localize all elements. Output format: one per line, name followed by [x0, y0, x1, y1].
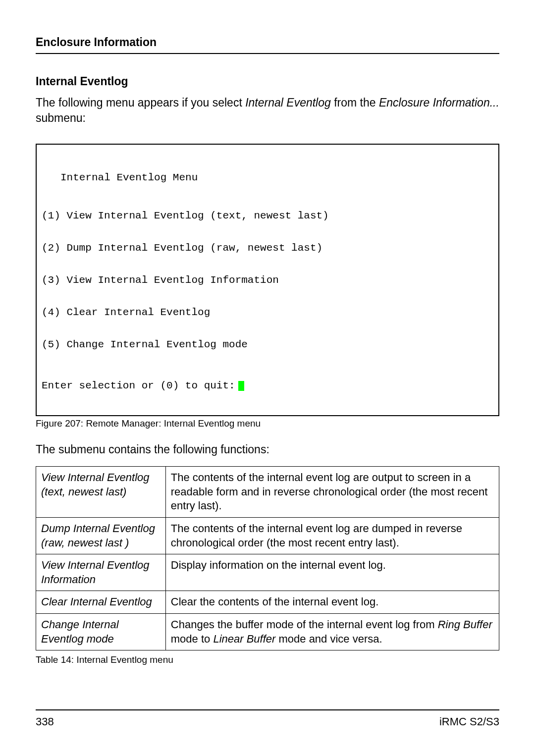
- intro-em1: Internal Eventlog: [245, 96, 331, 109]
- row-name: Change Internal Eventlog mode: [36, 614, 166, 650]
- row-name: Dump Internal Eventlog (raw, newest last…: [36, 518, 166, 554]
- desc-mid: mode to: [171, 633, 214, 645]
- row-desc: Clear the contents of the internal event…: [165, 591, 499, 614]
- section-heading: Internal Eventlog: [36, 75, 499, 88]
- terminal-prompt-line: Enter selection or (0) to quit:: [42, 378, 493, 394]
- submenu-intro: The submenu contains the following funct…: [36, 443, 499, 456]
- table-caption: Table 14: Internal Eventlog menu: [36, 654, 499, 665]
- desc-em2: Linear Buffer: [213, 633, 275, 645]
- doc-id: iRMC S2/S3: [439, 715, 499, 728]
- terminal-line: (1) View Internal Eventlog (text, newest…: [42, 208, 493, 224]
- terminal-title: Internal Eventlog Menu: [42, 170, 493, 186]
- terminal-prompt: Enter selection or (0) to quit:: [42, 378, 235, 394]
- desc-pre: Changes the buffer mode of the internal …: [171, 618, 438, 631]
- table-row: Dump Internal Eventlog (raw, newest last…: [36, 518, 499, 554]
- terminal-line: (4) Clear Internal Eventlog: [42, 305, 493, 321]
- desc-em1: Ring Buffer: [438, 618, 492, 631]
- row-name: View Internal Eventlog (text, newest las…: [36, 467, 166, 518]
- table-row: View Internal Eventlog (text, newest las…: [36, 467, 499, 518]
- desc-suffix: mode and vice versa.: [275, 633, 382, 645]
- row-desc: Display information on the internal even…: [165, 554, 499, 591]
- terminal-screenshot: Internal Eventlog Menu (1) View Internal…: [36, 144, 499, 416]
- row-name: Clear Internal Eventlog: [36, 591, 166, 614]
- row-name: View Internal Eventlog Information: [36, 554, 166, 591]
- row-desc: Changes the buffer mode of the internal …: [165, 614, 499, 650]
- row-desc: The contents of the internal event log a…: [165, 467, 499, 518]
- table-row: Change Internal Eventlog mode Changes th…: [36, 614, 499, 650]
- functions-table: View Internal Eventlog (text, newest las…: [36, 466, 499, 650]
- terminal-line: (3) View Internal Eventlog Information: [42, 272, 493, 289]
- table-row: Clear Internal Eventlog Clear the conten…: [36, 591, 499, 614]
- page-number: 338: [36, 715, 54, 728]
- terminal-line: (5) Change Internal Eventlog mode: [42, 337, 493, 353]
- intro-prefix: The following menu appears if you select: [36, 96, 245, 109]
- intro-paragraph: The following menu appears if you select…: [36, 95, 499, 126]
- page-header: Enclosure Information: [36, 36, 499, 54]
- figure-caption: Figure 207: Remote Manager: Internal Eve…: [36, 418, 499, 429]
- cursor-icon: [238, 381, 244, 391]
- intro-em2: Enclosure Information...: [379, 96, 499, 109]
- page-footer: 338 iRMC S2/S3: [36, 709, 499, 728]
- terminal-line: (2) Dump Internal Eventlog (raw, newest …: [42, 240, 493, 257]
- intro-mid: from the: [331, 96, 379, 109]
- row-desc: The contents of the internal event log a…: [165, 518, 499, 554]
- table-row: View Internal Eventlog Information Displ…: [36, 554, 499, 591]
- intro-suffix: submenu:: [36, 111, 86, 124]
